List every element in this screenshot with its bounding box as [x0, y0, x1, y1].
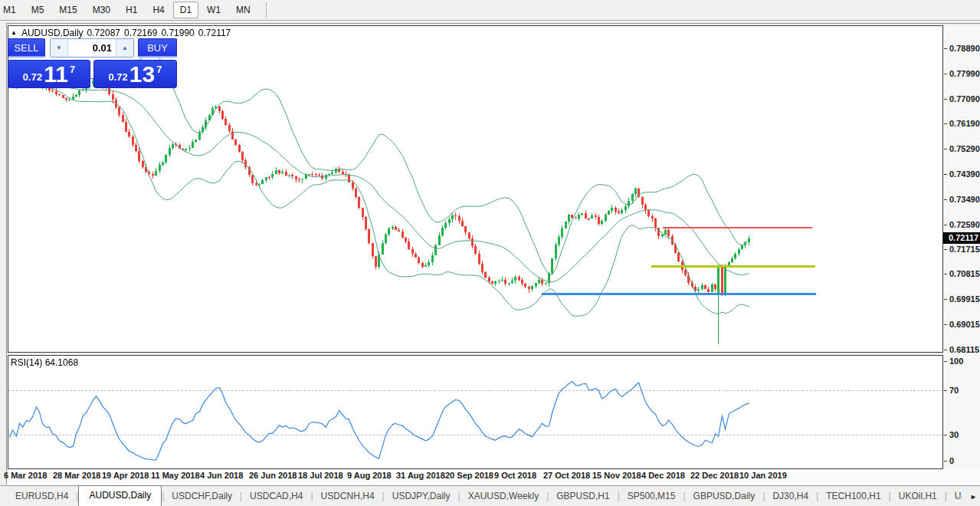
timeframe-button-m30[interactable]: M30: [86, 2, 117, 18]
price-axis-tick: [944, 274, 947, 274]
time-axis-label: 18 Jul 2018: [298, 471, 343, 480]
time-axis-label: 6 Mar 2018: [4, 471, 47, 480]
timeframe-button-h1[interactable]: H1: [119, 2, 144, 18]
ohlc-high: 0.72169: [124, 28, 157, 38]
price-axis-label: 0.69015: [949, 320, 980, 329]
chart-window-left-edge: [6, 23, 7, 485]
sell-price-pips: 7: [70, 64, 75, 75]
chart-tab[interactable]: USDCHF,Daily: [164, 487, 240, 506]
current-price-tag: 0.72117: [943, 232, 980, 244]
price-axis-tick: [944, 249, 947, 250]
sell-price-big: 11: [44, 64, 68, 85]
price-axis-label: 0.70815: [949, 269, 980, 278]
buy-price-prefix: 0.72: [109, 71, 128, 83]
chart-tab[interactable]: SP500,M15: [620, 487, 683, 506]
price-axis-label: 0.71715: [949, 245, 980, 254]
ohlc-open: 0.72087: [87, 28, 120, 38]
hline-resistance[interactable]: [663, 227, 812, 228]
chart-tab[interactable]: DJ30,H4: [765, 487, 816, 506]
volume-increase-icon[interactable]: ▲: [116, 39, 133, 57]
chart-tab[interactable]: TECH100,H1: [818, 487, 888, 506]
chart-tab[interactable]: UKOil,H1: [891, 487, 945, 506]
rsi-axis-tick: [944, 435, 947, 435]
rsi-indicator-canvas[interactable]: [8, 356, 942, 468]
time-axis-label: 4 Jun 2018: [200, 471, 243, 480]
price-axis-label: 0.76190: [949, 119, 980, 128]
rsi-axis-label: 100: [949, 356, 963, 366]
sell-button[interactable]: SELL: [8, 38, 45, 58]
time-axis-label: 4 Dec 2018: [641, 471, 685, 480]
price-axis-label: 0.77990: [949, 69, 980, 78]
buy-price-big: 13: [129, 64, 155, 85]
tabs-scroll-left-icon[interactable]: ◄: [955, 492, 962, 501]
price-axis-tick: [944, 225, 947, 225]
price-axis-label: 0.74390: [949, 169, 980, 179]
rsi-indicator-label: RSI(14) 64.1068: [11, 357, 78, 368]
sell-price-prefix: 0.72: [23, 71, 42, 83]
rsi-axis-label: 70: [949, 386, 959, 395]
chart-window-top-edge: [6, 23, 980, 24]
time-axis-label: 9 Aug 2018: [347, 471, 392, 480]
buy-price-button[interactable]: 0.72 13 7: [93, 60, 177, 88]
timeframe-button-h4[interactable]: H4: [146, 2, 171, 18]
volume-decrease-icon[interactable]: ▼: [51, 39, 68, 57]
price-axis-tick: [944, 149, 947, 150]
price-axis-label: 0.69915: [949, 294, 980, 304]
time-axis-label: 15 Nov 2018: [592, 471, 641, 480]
hline-mid-support[interactable]: [651, 265, 815, 268]
chart-tab[interactable]: USDCAD,H4: [242, 487, 310, 506]
toolbar-divider: [266, 2, 267, 18]
buy-button[interactable]: BUY: [138, 38, 177, 58]
rsi-axis-tick: [944, 361, 947, 362]
time-axis-label: 11 May 2018: [151, 471, 200, 480]
one-click-toggle-icon[interactable]: ▲: [11, 29, 17, 37]
ohlc-low: 0.71990: [161, 28, 194, 38]
price-axis-tick: [944, 350, 947, 350]
time-axis-label: 31 Aug 2018: [396, 471, 445, 480]
volume-stepper: ▼ 0.01 ▲: [50, 38, 134, 58]
timeframe-button-m5[interactable]: M5: [25, 2, 51, 18]
timeframe-toolbar: M1M5M15M30H1H4D1W1MN: [0, 0, 980, 21]
mt4-application: M1M5M15M30H1H4D1W1MN ▲ AUDUSD,Daily 0.72…: [0, 0, 980, 506]
price-axis-label: 0.75290: [949, 144, 980, 153]
price-axis-label: 0.77090: [949, 94, 980, 104]
price-axis-label: 0.72590: [949, 220, 980, 229]
one-click-trading-panel: SELL ▼ 0.01 ▲ BUY 0.72 11 7 0.72 13 7: [8, 38, 177, 87]
time-axis-label: 28 Mar 2018: [53, 471, 100, 480]
price-axis-tick: [944, 99, 947, 100]
timeframe-button-d1[interactable]: D1: [173, 2, 198, 18]
time-axis-label: 19 Apr 2018: [102, 471, 149, 480]
chart-tab[interactable]: USDJPY,Daily: [385, 487, 458, 506]
buy-price-pips: 7: [156, 64, 162, 75]
price-axis-tick: [944, 324, 947, 325]
chart-tab[interactable]: AUDUSD,Daily: [78, 485, 162, 506]
price-axis-tick: [944, 48, 947, 49]
timeframe-button-m1[interactable]: M1: [0, 2, 23, 18]
timeframe-button-w1[interactable]: W1: [200, 2, 228, 18]
price-axis-label: 0.73490: [949, 195, 980, 204]
chart-tab[interactable]: GBPUSD,Daily: [686, 487, 763, 506]
ohlc-close: 0.72117: [198, 28, 231, 38]
hline-support[interactable]: [542, 293, 816, 295]
chart-symbol-period: AUDUSD,Daily: [21, 28, 84, 38]
price-axis-tick: [944, 123, 947, 124]
time-axis-label: 10 Jan 2019: [739, 471, 787, 480]
chart-tab[interactable]: USDCNH,H4: [313, 487, 382, 506]
timeframe-button-mn[interactable]: MN: [229, 2, 257, 18]
timeframe-button-m15[interactable]: M15: [52, 2, 84, 18]
time-axis-label: 26 Jun 2018: [249, 471, 297, 480]
volume-input[interactable]: 0.01: [68, 39, 116, 57]
chart-title: ▲ AUDUSD,Daily 0.72087 0.72169 0.71990 0…: [11, 27, 231, 38]
rsi-axis-tick: [944, 461, 947, 462]
time-axis-label: 9 Oct 2018: [494, 471, 536, 480]
sell-price-button[interactable]: 0.72 11 7: [8, 60, 90, 88]
time-axis-label: 20 Sep 2018: [445, 471, 493, 480]
price-axis-label: 0.68115: [949, 345, 979, 354]
chart-tab[interactable]: GBPUSD,H1: [549, 487, 617, 506]
chart-tab[interactable]: XAUUSD,Weekly: [461, 487, 546, 506]
rsi-axis-label: 0: [949, 456, 954, 465]
chart-tab[interactable]: EURUSD,H4: [8, 487, 76, 506]
tabs-scroll-right-icon[interactable]: ►: [970, 492, 977, 501]
price-axis-tick: [944, 174, 947, 175]
chart-tab-bar: EURUSD,H4|AUDUSD,Daily|USDCHF,Daily|USDC…: [0, 485, 980, 506]
